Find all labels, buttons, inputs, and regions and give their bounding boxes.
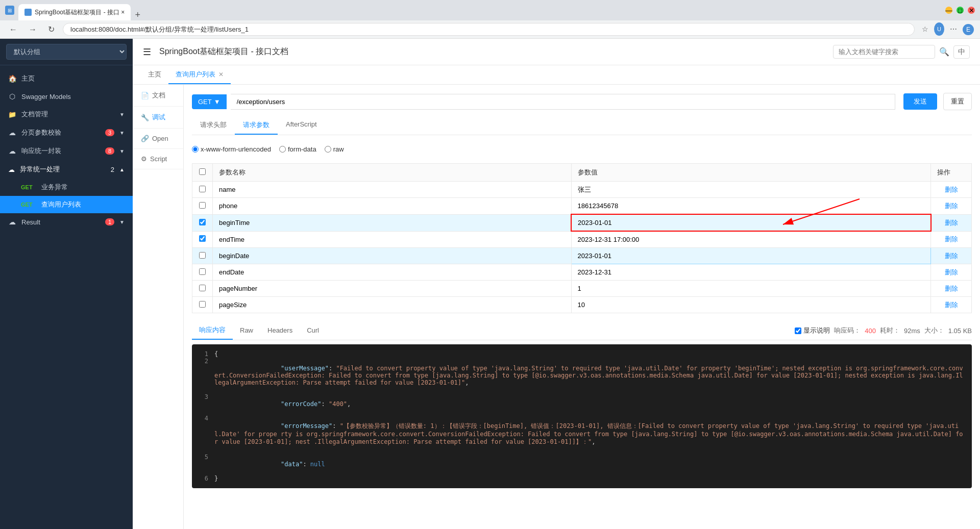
- show-desc-label[interactable]: 显示说明: [795, 326, 830, 335]
- show-desc-checkbox[interactable]: [795, 328, 801, 334]
- app-title: SpringBoot基础框架项目 - 接口文档: [159, 46, 288, 57]
- sidebar-exception-label: 异常统一处理: [20, 165, 106, 174]
- radio-form-data[interactable]: form-data: [279, 145, 316, 153]
- radio-urlencoded-input[interactable]: [192, 146, 199, 153]
- row-checkbox[interactable]: [199, 186, 206, 192]
- panel-doc[interactable]: 📄 文档: [133, 85, 183, 107]
- left-panel: 📄 文档 🔧 调试 🔗 Open ⚙ Script: [133, 85, 184, 529]
- param-name-input[interactable]: [217, 251, 567, 261]
- active-tab[interactable]: SpringBoot基础框架项目 - 接口 ×: [18, 4, 131, 20]
- param-value-input[interactable]: [576, 218, 926, 228]
- param-name-cell: [213, 281, 572, 297]
- param-value-cell: [571, 248, 930, 264]
- param-value-input[interactable]: [576, 284, 926, 293]
- param-name-input[interactable]: [217, 300, 567, 310]
- delete-button[interactable]: 删除: [945, 201, 958, 211]
- param-value-input[interactable]: [576, 185, 926, 194]
- sidebar-item-pagination[interactable]: ☁ 分页参数校验 3: [0, 123, 133, 142]
- menu-icon[interactable]: ☰: [143, 46, 151, 58]
- param-value-input[interactable]: [576, 267, 926, 277]
- send-button[interactable]: 发送: [903, 93, 937, 110]
- row-checkbox[interactable]: [199, 202, 206, 209]
- sidebar-item-result[interactable]: ☁ Result 1: [0, 213, 133, 231]
- radio-form-urlencoded[interactable]: x-www-form-urlencoded: [192, 145, 271, 153]
- param-name-input[interactable]: [217, 235, 567, 244]
- radio-formdata-input[interactable]: [279, 146, 286, 153]
- row-checkbox[interactable]: [199, 285, 206, 291]
- row-checkbox[interactable]: [199, 301, 206, 308]
- line-content: }: [214, 475, 966, 482]
- group-select[interactable]: 默认分组: [6, 44, 127, 60]
- delete-button[interactable]: 删除: [945, 284, 958, 293]
- delete-button[interactable]: 删除: [945, 268, 958, 277]
- param-value-input[interactable]: [576, 251, 926, 261]
- sidebar-item-doc-manage[interactable]: 📁 文档管理: [0, 105, 133, 123]
- delete-button[interactable]: 删除: [945, 300, 958, 310]
- extension-icon[interactable]: E: [963, 24, 974, 35]
- profile-icon[interactable]: U: [934, 24, 944, 34]
- row-checkbox[interactable]: [199, 219, 206, 225]
- row-checkbox[interactable]: [199, 252, 206, 259]
- delete-button[interactable]: 删除: [945, 235, 958, 244]
- params-table: 参数名称 参数值 操作: [192, 163, 972, 313]
- new-tab-button[interactable]: +: [132, 10, 143, 20]
- tab-close-icon[interactable]: ✕: [218, 71, 224, 78]
- req-tab-headers[interactable]: 请求头部: [192, 116, 235, 135]
- url-input[interactable]: [231, 94, 895, 110]
- row-checkbox-cell: [192, 281, 213, 297]
- star-icon[interactable]: ☆: [920, 24, 930, 34]
- close-button[interactable]: ✕: [968, 7, 975, 14]
- address-input[interactable]: [63, 23, 915, 36]
- param-name-input[interactable]: [217, 267, 567, 277]
- search-button[interactable]: 🔍: [939, 47, 949, 57]
- param-value-input[interactable]: [576, 300, 926, 310]
- radio-raw-input[interactable]: [325, 146, 331, 153]
- sidebar-item-home[interactable]: 🏠 主页: [0, 69, 133, 88]
- minimize-button[interactable]: —: [945, 7, 952, 14]
- row-checkbox[interactable]: [199, 268, 206, 275]
- sidebar-item-exception[interactable]: ☁ 异常统一处理 2: [0, 160, 133, 179]
- reset-button[interactable]: 重置: [943, 93, 972, 110]
- resp-tab-content[interactable]: 响应内容: [192, 321, 233, 340]
- sidebar-item-swagger[interactable]: ⬡ Swagger Models: [0, 88, 133, 105]
- param-name-input[interactable]: [217, 201, 567, 211]
- sidebar-sub-list-users[interactable]: GET 查询用户列表: [0, 196, 133, 213]
- status-value: 400: [865, 327, 876, 335]
- sidebar-item-response-wrap[interactable]: ☁ 响应统一封装 8: [0, 142, 133, 160]
- delete-button[interactable]: 删除: [945, 218, 958, 228]
- resp-tab-raw[interactable]: Raw: [233, 322, 260, 339]
- param-value-input[interactable]: [576, 235, 926, 244]
- panel-open[interactable]: 🔗 Open: [133, 129, 183, 149]
- param-name-input[interactable]: [217, 218, 567, 228]
- maximize-button[interactable]: □: [957, 7, 964, 14]
- refresh-button[interactable]: ↻: [45, 23, 58, 35]
- param-value-input[interactable]: [576, 201, 926, 211]
- param-ops-cell: 删除: [931, 182, 972, 198]
- param-value-cell: [571, 198, 930, 215]
- line-content: "errorMessage": "【参数校验异常】（错误数量: 1）：【错误字段…: [214, 415, 966, 454]
- sidebar-sub-business-error[interactable]: GET 业务异常: [0, 179, 133, 196]
- delete-button[interactable]: 删除: [945, 251, 958, 261]
- more-icon[interactable]: ⋯: [948, 24, 959, 34]
- resp-tab-headers[interactable]: Headers: [260, 322, 300, 339]
- doc-search-input[interactable]: [833, 45, 935, 59]
- select-all-checkbox[interactable]: [199, 168, 206, 175]
- tab-list-users[interactable]: 查询用户列表 ✕: [168, 66, 231, 84]
- pagination-icon: ☁: [8, 129, 16, 137]
- param-name-input[interactable]: [217, 284, 567, 293]
- req-tab-afterscript[interactable]: AfterScript: [278, 116, 325, 135]
- panel-debug[interactable]: 🔧 调试: [133, 107, 183, 129]
- resp-tab-curl[interactable]: Curl: [300, 322, 326, 339]
- row-checkbox[interactable]: [199, 235, 206, 242]
- back-button[interactable]: ←: [6, 24, 20, 35]
- delete-button[interactable]: 删除: [945, 185, 958, 194]
- avatar: U: [934, 22, 944, 36]
- radio-raw[interactable]: raw: [325, 145, 344, 153]
- forward-button[interactable]: →: [26, 24, 40, 35]
- req-tab-params[interactable]: 请求参数: [235, 116, 278, 135]
- tab-home[interactable]: 主页: [141, 66, 168, 84]
- method-select[interactable]: GET ▼: [192, 94, 227, 109]
- panel-script[interactable]: ⚙ Script: [133, 149, 183, 169]
- param-name-input[interactable]: [217, 185, 567, 194]
- lang-button[interactable]: 中: [953, 45, 970, 59]
